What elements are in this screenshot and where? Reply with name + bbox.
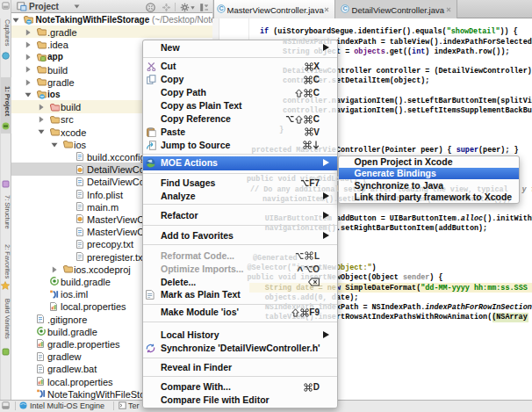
svg-text:C: C — [219, 5, 223, 11]
svg-text:C: C — [342, 5, 347, 11]
